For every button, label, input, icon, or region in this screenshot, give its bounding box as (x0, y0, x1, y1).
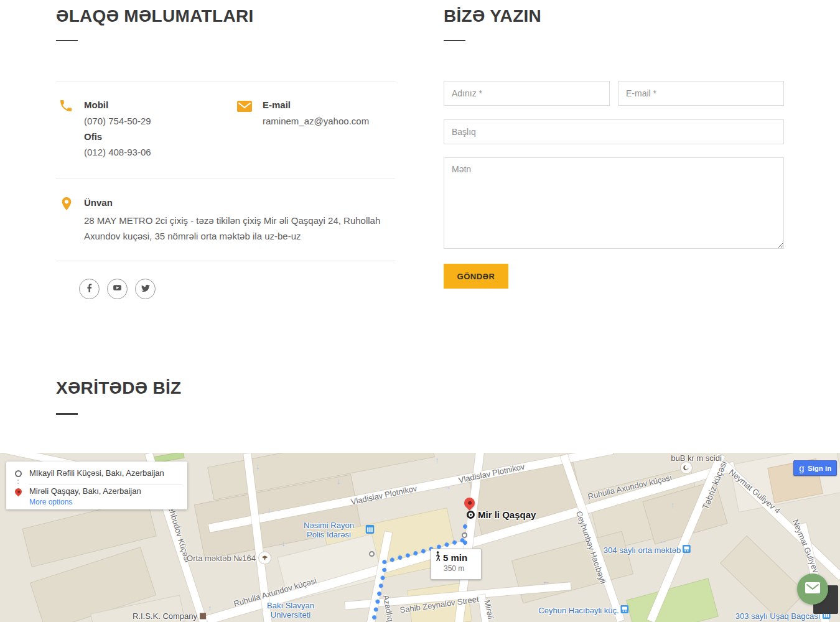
poi-mescid: buB kr m scidi (671, 453, 722, 463)
one-way-arrow-icon: ← (659, 536, 667, 545)
one-way-arrow-icon: ↓ (267, 505, 271, 514)
mobile-number: (070) 754-50-29 (84, 116, 151, 126)
one-way-arrow-icon: ← (542, 577, 550, 586)
google-sign-in-button[interactable]: g Sign in (793, 460, 837, 476)
poi-304-mekteb: 304 saylı orta məktəb (604, 545, 691, 555)
route-waypoint (462, 532, 467, 538)
google-g-icon: g (799, 464, 805, 473)
email-address: raminem_az@yahoo.com (263, 116, 369, 126)
google-map[interactable]: ↑ ↓ ↓ ↓ → ↑ ← ↑ ↓ ← Vladislav Plotnikov … (0, 453, 840, 622)
facebook-icon (85, 283, 95, 295)
contact-section-title: ƏLAQƏ MƏLUMATLARI (56, 6, 254, 26)
poi-risk-company: R.I.S.K. Company (133, 611, 206, 621)
poi-baki-slavyan: Bakı Slavyan Universiteti (256, 601, 325, 620)
twitter-icon (141, 283, 151, 295)
poi-nesimi-polis: Nəsimi Rayon Polis İdarəsi (294, 521, 375, 539)
facebook-link[interactable] (79, 279, 100, 299)
street-label-vladislav-plotnikov: Vladislav Plotnikov (350, 483, 418, 506)
email-label: E-mail (263, 100, 291, 110)
origin-circle-icon (15, 470, 22, 477)
poi-label: Ceyhun Hacıbəyli küç. (538, 606, 618, 615)
one-way-arrow-icon: ↑ (435, 455, 439, 465)
divider (56, 261, 395, 261)
one-way-arrow-icon: ↓ (256, 462, 260, 471)
destination-pin-icon (14, 487, 24, 497)
origin-address: MIkayil Rəfili Küçəsi, Bakı, Azerbaijan (29, 468, 164, 478)
message-textarea[interactable] (444, 157, 784, 249)
title-underline (444, 40, 465, 41)
office-label: Ofis (84, 131, 102, 142)
twitter-link[interactable] (135, 279, 156, 299)
poi-label: Orta məktəb №164 (187, 554, 256, 563)
destination-target-icon (467, 511, 475, 519)
connector-dot (17, 480, 19, 481)
poi-orta-mekteb-164: Orta məktəb №164 (187, 552, 271, 565)
panel-divider (29, 484, 182, 485)
subject-input[interactable] (444, 119, 784, 144)
send-button[interactable]: GÖNDƏR (444, 264, 508, 289)
walking-person-icon (434, 551, 441, 564)
poi-label: Nəsimi Rayon Polis İdarəsi (294, 521, 364, 539)
email-input[interactable] (618, 81, 784, 106)
map-park (626, 578, 719, 622)
poi-label: R.I.S.K. Company (133, 611, 197, 621)
address-label: Ünvan (84, 197, 113, 208)
route-distance: 350 m (444, 564, 478, 573)
poi-label: 303 saylı Uşaq Bagcası (735, 611, 821, 621)
map-section-title: XƏRİTƏDƏ BİZ (56, 378, 181, 398)
route-waypoint (369, 551, 375, 557)
poi-ceyhun-hacibeyli-kuc: Ceyhun Hacıbəyli küç. (538, 605, 628, 615)
route-duration: 5 min (443, 552, 467, 563)
office-number: (012) 408-93-06 (84, 147, 151, 157)
poi-label: Bakı Slavyan Universiteti (256, 601, 325, 620)
one-way-arrow-icon: ↑ (208, 603, 212, 613)
marker-label: Mir li Qaşqay (478, 509, 536, 520)
name-input[interactable] (444, 81, 610, 106)
route-info-box[interactable]: 5 min 350 m (431, 549, 482, 580)
map-building (720, 536, 806, 620)
building-icon (366, 525, 375, 536)
title-underline (56, 413, 78, 415)
bus-icon (683, 545, 691, 555)
youtube-icon (112, 282, 123, 295)
directions-panel: MIkayil Rəfili Küçəsi, Bakı, Azerbaijan … (6, 462, 187, 509)
one-way-arrow-icon: ↓ (337, 476, 341, 486)
divider (56, 179, 395, 179)
divider (56, 81, 395, 81)
mobile-label: Mobil (84, 100, 108, 110)
poi-label: buB kr m scidi (671, 453, 722, 463)
form-section-title: BİZƏ YAZIN (444, 6, 541, 26)
one-way-arrow-icon: ↓ (281, 539, 286, 548)
more-options-link[interactable]: More options (29, 498, 72, 506)
one-way-arrow-icon: → (443, 482, 451, 491)
youtube-link[interactable] (107, 279, 128, 299)
connector-dot (17, 483, 19, 484)
bus-icon (621, 605, 629, 615)
destination-address: Mirəli Qaşqay, Bakı, Azerbaijan (29, 486, 141, 496)
title-underline (56, 40, 78, 41)
one-way-arrow-icon: ↑ (671, 500, 675, 509)
graduation-cap-icon (258, 552, 271, 565)
sign-in-label: Sign in (808, 465, 831, 472)
company-square-icon (200, 613, 206, 619)
address-text: 28 MAY METRO 2ci çixiş - təzə tikilən çi… (84, 213, 383, 244)
contact-page: ƏLAQƏ MƏLUMATLARI Mobil (070) 754-50-29 … (0, 0, 840, 622)
poi-label: 304 saylı orta məktəb (604, 545, 681, 555)
envelope-icon (237, 101, 252, 114)
chat-widget-button[interactable] (797, 573, 828, 605)
map-pin-icon (60, 196, 73, 215)
chat-envelope-icon (805, 582, 820, 596)
crescent-icon (680, 462, 693, 474)
phone-icon (58, 98, 73, 116)
